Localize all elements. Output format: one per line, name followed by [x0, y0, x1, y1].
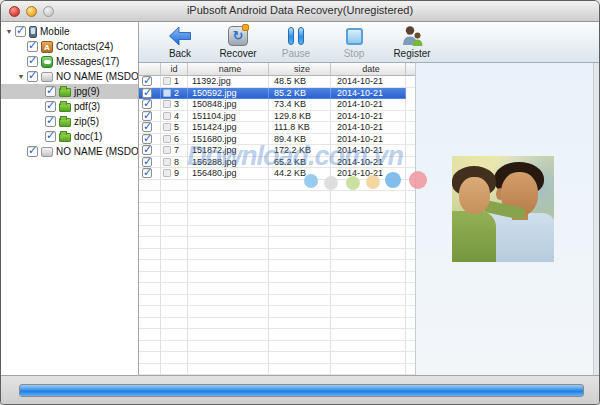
- row-id: 1: [174, 76, 179, 86]
- table-row[interactable]: ✓5151424.jpg111.8 KB2014-10-21: [139, 122, 415, 134]
- row-checkbox-cell: ✓: [139, 88, 161, 100]
- toolbar-button-register[interactable]: Register: [383, 25, 441, 59]
- table-row[interactable]: ✓7151872.jpg172.2 KB2014-10-21: [139, 145, 415, 157]
- content-area: idnamesizedate ✓111392.jpg48.5 KB2014-10…: [139, 63, 599, 375]
- checkbox[interactable]: ✓: [15, 26, 26, 37]
- column-header-id[interactable]: id: [161, 63, 188, 76]
- empty-cell: [161, 203, 188, 215]
- empty-cell: [406, 191, 415, 203]
- sidebar-item-pdf-3[interactable]: ✓pdf(3): [1, 99, 138, 114]
- row-id-cell: 4: [161, 111, 188, 123]
- row-checkbox-cell: ✓: [139, 99, 161, 111]
- checkbox[interactable]: ✓: [45, 131, 56, 142]
- empty-cell: [406, 352, 415, 364]
- row-size: 85.2 KB: [269, 88, 331, 100]
- empty-cell: [331, 318, 406, 330]
- sidebar-item-no-name-msdos[interactable]: ▼✓NO NAME (MSDOS): [1, 69, 138, 84]
- empty-row: [139, 226, 415, 238]
- table-row[interactable]: ✓2150592.jpg85.2 KB2014-10-21: [139, 88, 415, 100]
- empty-cell: [331, 306, 406, 318]
- table-row[interactable]: ✓4151104.jpg129.8 KB2014-10-21: [139, 111, 415, 123]
- file-icon: [163, 135, 171, 143]
- empty-cell: [331, 237, 406, 249]
- empty-cell: [331, 249, 406, 261]
- file-icon: [163, 89, 171, 97]
- expander-icon[interactable]: ▼: [3, 28, 15, 35]
- checkbox[interactable]: ✓: [142, 76, 152, 86]
- row-date: 2014-10-21: [331, 99, 406, 111]
- progress-bar: [19, 384, 584, 397]
- empty-cell: [188, 203, 269, 215]
- sidebar-item-zip-5[interactable]: ✓zip(5): [1, 114, 138, 129]
- checkbox[interactable]: ✓: [27, 41, 38, 52]
- row-filler-cell: [406, 76, 415, 88]
- window-edge-strip: [593, 63, 599, 375]
- empty-cell: [406, 249, 415, 261]
- column-header-size[interactable]: size: [269, 63, 331, 76]
- empty-cell: [188, 341, 269, 353]
- empty-row: [139, 180, 415, 192]
- row-date: 2014-10-21: [331, 145, 406, 157]
- table-row[interactable]: ✓6151680.jpg89.4 KB2014-10-21: [139, 134, 415, 146]
- sidebar-item-no-name-msdos[interactable]: ✓NO NAME (MSDOS): [1, 144, 138, 159]
- empty-cell: [269, 203, 331, 215]
- empty-cell: [161, 260, 188, 272]
- checkbox[interactable]: ✓: [27, 56, 38, 67]
- sidebar-item-contacts-24[interactable]: ✓AContacts(24): [1, 39, 138, 54]
- row-date: 2014-10-21: [331, 134, 406, 146]
- sidebar-item-doc-1[interactable]: ✓doc(1): [1, 129, 138, 144]
- toolbar: Back↻RecoverPauseStopRegister: [139, 22, 599, 63]
- empty-cell: [139, 341, 161, 353]
- empty-cell: [406, 180, 415, 192]
- checkbox[interactable]: ✓: [45, 116, 56, 127]
- register-icon: [400, 25, 424, 47]
- expander-icon[interactable]: ▼: [15, 73, 27, 80]
- file-icon: [163, 112, 171, 120]
- table-row[interactable]: ✓3150848.jpg73.4 KB2014-10-21: [139, 99, 415, 111]
- empty-cell: [188, 237, 269, 249]
- table-row[interactable]: ✓9156480.jpg44.2 KB2014-10-21: [139, 168, 415, 180]
- check-mark-icon: ✓: [46, 129, 55, 142]
- sidebar-item-mobile[interactable]: ▼✓Mobile: [1, 24, 138, 39]
- checkbox[interactable]: ✓: [142, 88, 152, 98]
- empty-cell: [269, 329, 331, 341]
- empty-cell: [269, 306, 331, 318]
- checkbox[interactable]: ✓: [142, 157, 152, 167]
- empty-cell: [161, 226, 188, 238]
- table-row[interactable]: ✓111392.jpg48.5 KB2014-10-21: [139, 76, 415, 88]
- empty-cell: [331, 180, 406, 192]
- checkbox[interactable]: ✓: [142, 134, 152, 144]
- sidebar-item-jpg-9[interactable]: ✓jpg(9): [1, 84, 138, 99]
- row-name: 150592.jpg: [188, 88, 269, 100]
- checkbox[interactable]: ✓: [27, 146, 38, 157]
- sidebar-item-messages-17[interactable]: ✓Messages(17): [1, 54, 138, 69]
- column-header-date[interactable]: date: [331, 63, 406, 76]
- check-mark-icon: ✓: [143, 145, 152, 156]
- row-size: 111.8 KB: [269, 122, 331, 134]
- table-row[interactable]: ✓8156288.jpg65.2 KB2014-10-21: [139, 157, 415, 169]
- toolbar-button-stop[interactable]: Stop: [325, 25, 383, 59]
- checkbox[interactable]: ✓: [142, 122, 152, 132]
- toolbar-button-back[interactable]: Back: [151, 25, 209, 59]
- checkbox[interactable]: ✓: [142, 145, 152, 155]
- toolbar-button-label: Back: [169, 48, 191, 59]
- row-date: 2014-10-21: [331, 88, 406, 100]
- empty-cell: [188, 272, 269, 284]
- empty-row: [139, 295, 415, 307]
- checkbox[interactable]: ✓: [27, 71, 38, 82]
- checkbox[interactable]: ✓: [142, 99, 152, 109]
- checkbox[interactable]: ✓: [142, 111, 152, 121]
- row-size: 65.2 KB: [269, 157, 331, 169]
- checkbox[interactable]: ✓: [142, 168, 152, 178]
- check-mark-icon: ✓: [46, 99, 55, 112]
- empty-cell: [161, 180, 188, 192]
- column-header-name[interactable]: name: [188, 63, 269, 76]
- toolbar-button-recover[interactable]: ↻Recover: [209, 25, 267, 59]
- empty-cell: [406, 295, 415, 307]
- file-icon: [163, 169, 171, 177]
- toolbar-icon-wrap: [288, 25, 304, 47]
- checkbox[interactable]: ✓: [45, 101, 56, 112]
- checkbox[interactable]: ✓: [45, 86, 56, 97]
- progress-bar-fill: [20, 385, 583, 396]
- toolbar-button-pause[interactable]: Pause: [267, 25, 325, 59]
